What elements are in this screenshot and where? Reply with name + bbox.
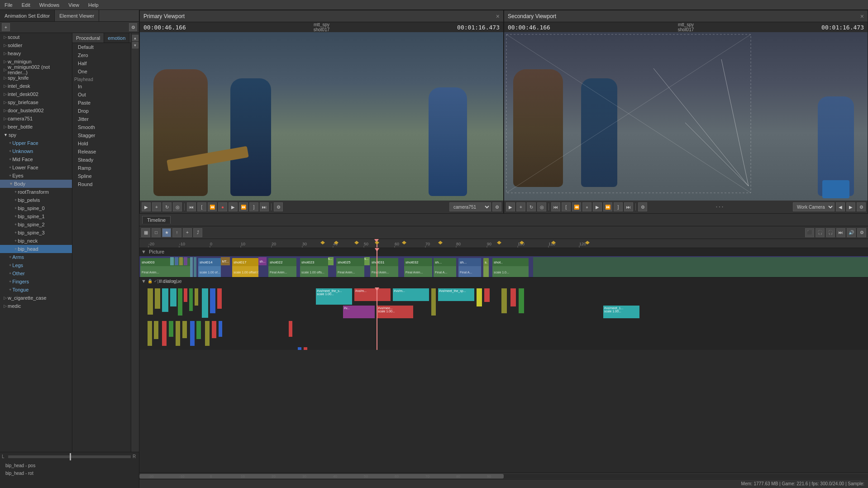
sr2-red2[interactable]	[212, 321, 216, 338]
emo-jitter[interactable]: Jitter	[72, 115, 131, 123]
mini-clip-1[interactable]	[170, 257, 174, 265]
tab-procedural[interactable]: Procedural	[72, 33, 104, 43]
tl-settings-btn[interactable]: ⚙	[857, 228, 866, 237]
sec-prev-key-button[interactable]: ⏪	[572, 202, 581, 211]
emo-default[interactable]: Default	[72, 43, 131, 51]
timeline-tab[interactable]: Timeline	[142, 216, 171, 224]
tree-item-bipspine1[interactable]: + bip_spine_1	[0, 212, 72, 220]
secondary-viewport-close[interactable]: ×	[860, 13, 864, 20]
tree-item-bipneck[interactable]: + bip_neck	[0, 237, 72, 245]
sec-prev-frame-button[interactable]: ⏮	[551, 202, 560, 211]
tl-btn-box[interactable]: □	[152, 228, 161, 237]
sc-olive2[interactable]	[155, 288, 160, 309]
sr2-olive2[interactable]	[154, 321, 158, 339]
sr2-green1[interactable]	[169, 321, 173, 337]
sc-olive4[interactable]	[431, 288, 436, 316]
tree-item-heavy[interactable]: ▷ heavy	[0, 49, 72, 57]
tree-item-doorbusted[interactable]: ▷ door_busted002	[0, 106, 72, 115]
sr2-red1[interactable]	[162, 321, 167, 346]
add-button[interactable]: +	[152, 202, 161, 211]
sec-add-button[interactable]: +	[516, 202, 525, 211]
sc-vmeet1[interactable]: #vo/meet_the_s...scale 1.00...	[316, 288, 352, 305]
shot-clip-more2[interactable]: sh... Final A...	[458, 258, 481, 277]
camera-select[interactable]: camera751 Work Camera	[449, 202, 491, 211]
emo-zero[interactable]: Zero	[72, 51, 131, 59]
sc-blue1[interactable]	[210, 288, 215, 313]
shot-clip-022[interactable]: shot022 Final Anim...	[268, 258, 296, 277]
emo-paste[interactable]: Paste	[72, 99, 131, 107]
tree-item-soldier[interactable]: ▷ soldier	[0, 41, 72, 49]
emo-spline[interactable]: Spline	[72, 172, 131, 180]
sc-cyan1[interactable]	[162, 288, 168, 312]
menu-help[interactable]: Help	[86, 1, 100, 9]
sec-camera-settings-button[interactable]: ⚙	[857, 202, 866, 211]
play-main-button[interactable]: ▶	[229, 202, 238, 211]
refresh-button[interactable]: ↻	[162, 202, 172, 211]
tree-item-lowerface[interactable]: + Lower Face	[0, 163, 72, 172]
sec-next-key-button[interactable]: ⏩	[603, 202, 612, 211]
shot-clip-014[interactable]: shot014 scale 1.00 of...	[198, 258, 221, 277]
tl-btn-export[interactable]: ⤴	[193, 228, 202, 237]
prev-frame-button[interactable]: ⏮	[187, 202, 196, 211]
next-key-button[interactable]: ⏩	[239, 202, 248, 211]
emo-one[interactable]: One	[72, 67, 131, 76]
settings-button[interactable]: ⚙	[129, 23, 137, 31]
emo-half[interactable]: Half	[72, 59, 131, 67]
mini-clip-2[interactable]	[175, 257, 178, 265]
sc-green2[interactable]	[189, 288, 193, 311]
sr2-olive4[interactable]	[182, 321, 187, 338]
side-icon-2[interactable]: ▼	[132, 42, 138, 48]
sec-camera-select[interactable]: Work Camera camera751	[793, 202, 835, 211]
sound-arrow[interactable]: ▼	[141, 278, 146, 284]
tree-item-fingers[interactable]: + Fingers	[0, 277, 72, 286]
tree-item-bipspine0[interactable]: + bip_spine_0	[0, 204, 72, 212]
tl-vol-btn[interactable]: 🔊	[847, 228, 856, 237]
emo-in[interactable]: In	[72, 82, 131, 91]
tree-item-other[interactable]: + Other	[0, 269, 72, 277]
emo-hold[interactable]: Hold	[72, 139, 131, 148]
sc-red2[interactable]	[217, 288, 222, 309]
sc-red1[interactable]	[184, 288, 187, 302]
sc-green1[interactable]	[178, 288, 182, 316]
tree-item-spy[interactable]: ▼ spy	[0, 131, 72, 139]
primary-viewport-canvas[interactable]	[140, 32, 503, 201]
primary-viewport-close[interactable]: ×	[496, 13, 500, 20]
tree-item-body[interactable]: ▼ Body	[0, 180, 72, 188]
shot-clip-031[interactable]: shot031 Final Anim...	[370, 258, 398, 277]
emo-steady[interactable]: Steady	[72, 156, 131, 164]
tree-item-camera751[interactable]: ▷ camera751	[0, 115, 72, 123]
sc-cyan3[interactable]	[202, 288, 208, 318]
sr2-blue1[interactable]	[190, 321, 195, 346]
sec-camera-btn1[interactable]: ◀	[836, 202, 845, 211]
sc-green3[interactable]	[519, 288, 524, 313]
target-button[interactable]: ◎	[173, 202, 182, 211]
sc-olive1[interactable]	[148, 288, 153, 315]
sc-yellow1[interactable]	[477, 288, 482, 306]
menu-file[interactable]: File	[3, 1, 14, 9]
sr2-blue2[interactable]	[219, 321, 222, 337]
tree-item-bipspine2[interactable]: + bip_spine_2	[0, 220, 72, 229]
tl-btn-grid[interactable]: ▦	[141, 228, 150, 237]
sr2-bottom-kf2[interactable]	[304, 347, 307, 350]
emo-drop[interactable]: Drop	[72, 107, 131, 115]
prev-key-button[interactable]: ⏪	[208, 202, 217, 211]
bracket-left-button[interactable]: [	[197, 202, 206, 211]
sec-settings-button[interactable]: ⚙	[638, 202, 647, 211]
shot-clip-023[interactable]: shot023 scale 1.00 offs...	[300, 258, 328, 277]
tl-skip-end-btn[interactable]: ⏭	[836, 228, 845, 237]
tab-element-viewer[interactable]: Element Viewer	[55, 10, 99, 21]
sc-vmeet2[interactable]: #vo/m...	[354, 288, 391, 301]
tree-item-eyes[interactable]: + Eyes	[0, 172, 72, 180]
mini-clip-4[interactable]	[184, 257, 187, 265]
mini-clip-5[interactable]	[190, 257, 193, 277]
sec-target-button[interactable]: ◎	[537, 202, 546, 211]
tree-item-midface[interactable]: + Mid Face	[0, 155, 72, 163]
tree-item-tongue[interactable]: + Tongue	[0, 286, 72, 294]
tree-item-scout[interactable]: ▷ scout	[0, 33, 72, 41]
sec-play-button[interactable]: ▶	[506, 202, 515, 211]
sr2-olive3[interactable]	[176, 321, 180, 346]
tree-item-legs[interactable]: + Legs	[0, 261, 72, 269]
tree-item-spybriefcase[interactable]: ▷ spy_briefcase	[0, 98, 72, 106]
tree-item-wminigun002[interactable]: ▷ w_minigun002 (not render...)	[0, 66, 72, 74]
sc-red4[interactable]	[510, 288, 516, 306]
